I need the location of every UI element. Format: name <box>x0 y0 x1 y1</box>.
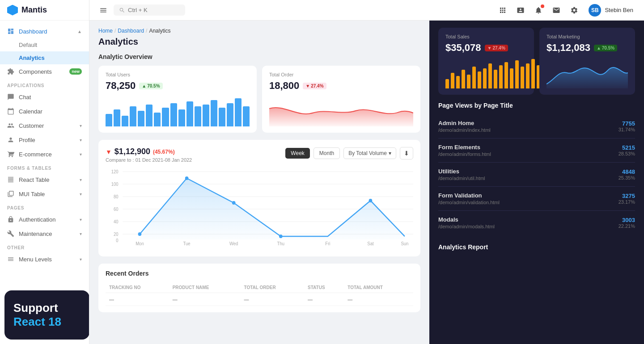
user-profile[interactable]: SB Stebin Ben <box>585 2 637 18</box>
sidebar-item-ecommerce[interactable]: E-commerce ▾ <box>0 147 89 161</box>
sidebar-item-profile[interactable]: Profile ▾ <box>0 133 89 147</box>
stat-order-badge: ▼ 27.4% <box>303 83 326 89</box>
sidebar-item-react-table-label: React Table <box>19 176 49 183</box>
svg-text:Sat: Sat <box>367 241 374 246</box>
pv-title-2: Utilities <box>438 168 485 175</box>
pv-title-1: Form Elements <box>438 144 491 151</box>
stat-users-badge: ▲ 70.5% <box>139 83 162 89</box>
search-icon <box>119 7 125 13</box>
bar <box>195 106 201 127</box>
income-header: ▼ $1,12,900 (45.67%) Compare to : 01 Dec… <box>106 147 413 163</box>
week-button[interactable]: Week <box>285 148 309 159</box>
sidebar-item-menu-levels-label: Menu Levels <box>19 256 52 263</box>
apps-button[interactable] <box>496 3 510 17</box>
analytics-report-title: Analytics Report <box>438 243 635 251</box>
pv-count-4: 3003 <box>619 217 635 223</box>
bar <box>203 105 209 126</box>
sidebar-item-calendar[interactable]: Calendar <box>0 104 89 118</box>
section-label-other: Other <box>0 241 89 252</box>
sidebar-item-calendar-label: Calendar <box>19 108 42 115</box>
menu-icon <box>7 256 14 263</box>
stat-card-users: Total Users 78,250 ▲ 70.5% <box>98 66 257 133</box>
pv-url-2: /demo/admin/util.html <box>438 176 485 181</box>
sidebar-item-mui-table[interactable]: MUI Table ▾ <box>0 187 89 201</box>
menu-toggle-button[interactable] <box>97 4 110 17</box>
stat-users-value: 78,250 ▲ 70.5% <box>106 80 250 92</box>
sidebar-item-menu-levels[interactable]: Menu Levels ▾ <box>0 252 89 266</box>
sidebar-item-customer-label: Customer <box>19 122 44 129</box>
profile-icon <box>7 136 14 143</box>
sidebar-item-components-label: Components <box>19 68 52 75</box>
sidebar-item-dashboard[interactable]: Dashboard ▲ <box>0 24 89 38</box>
users-bar-chart <box>106 95 250 126</box>
bar <box>178 109 185 127</box>
stat-users-label: Total Users <box>106 72 250 77</box>
download-icon: ⬇ <box>404 150 409 157</box>
mail-icon <box>552 6 560 14</box>
download-button[interactable]: ⬇ <box>400 147 413 159</box>
month-button[interactable]: Month <box>314 147 340 159</box>
sidebar-item-react-table[interactable]: React Table ▾ <box>0 172 89 187</box>
content-body: Home / Dashboard / Analytics Analytics A… <box>89 21 644 344</box>
page-view-item-0: Admin Home /demo/admin/index.html 7755 3… <box>438 114 635 138</box>
svg-text:0: 0 <box>116 238 119 243</box>
user-card-button[interactable] <box>513 3 528 17</box>
svg-text:120: 120 <box>111 169 119 174</box>
col-total-order: Total Order <box>241 282 305 293</box>
sidebar-item-authentication[interactable]: Authentication ▾ <box>0 212 89 227</box>
bar <box>510 68 513 89</box>
sidebar-sub-default-label: Default <box>19 42 37 48</box>
settings-button[interactable] <box>567 3 581 17</box>
svg-text:80: 80 <box>114 194 119 199</box>
page-view-item-1: Form Elements /demo/admin/forms.html 521… <box>438 138 635 163</box>
svg-text:Thu: Thu <box>277 241 284 246</box>
analytic-overview-title: Analytic Overview <box>98 53 420 60</box>
sidebar-item-maintenance[interactable]: Maintenance ▾ <box>0 227 89 241</box>
sidebar-item-profile-label: Profile <box>19 137 35 143</box>
section-label-forms: Forms & Tables <box>0 161 89 172</box>
sidebar-item-components[interactable]: Components new <box>0 64 89 79</box>
pv-pct-1: 28.53% <box>619 151 635 156</box>
recent-orders-title: Recent Orders <box>106 270 413 277</box>
svg-point-20 <box>138 232 142 236</box>
avatar: SB <box>589 4 601 17</box>
svg-text:Wed: Wed <box>229 241 238 246</box>
pv-title-3: Form Validation <box>438 192 500 199</box>
stat-marketing-label: Total Marketing <box>547 34 628 39</box>
volume-button[interactable]: By Total Volume ▾ <box>343 147 396 159</box>
sidebar-logo[interactable]: Mantis <box>0 0 89 21</box>
breadcrumb-home[interactable]: Home <box>98 28 113 34</box>
sidebar-sub-default[interactable]: Default <box>0 38 89 51</box>
mail-button[interactable] <box>549 3 564 17</box>
search-input[interactable] <box>128 7 173 13</box>
sidebar-item-chat[interactable]: Chat <box>0 90 89 104</box>
page-views-section: Page Views by Page Title Admin Home /dem… <box>438 102 635 235</box>
sidebar-sub-analytics[interactable]: Analytics <box>0 51 89 64</box>
income-pct: (45.67%) <box>153 149 175 155</box>
svg-text:40: 40 <box>114 219 119 224</box>
search-box[interactable] <box>114 4 185 16</box>
apps-icon <box>499 6 507 14</box>
ecommerce-icon <box>7 151 14 158</box>
bar <box>467 75 470 89</box>
components-icon <box>7 68 14 75</box>
header-right: SB Stebin Ben <box>496 2 637 18</box>
breadcrumb-dashboard[interactable]: Dashboard <box>118 28 144 34</box>
bar <box>162 108 169 126</box>
sidebar-nav: Dashboard ▲ Default Analytics Components… <box>0 21 89 286</box>
page-title: Analytics <box>98 37 420 47</box>
breadcrumb: Home / Dashboard / Analytics <box>98 28 420 34</box>
income-section: ▼ $1,12,900 (45.67%) Compare to : 01 Dec… <box>98 140 420 256</box>
pv-count-1: 5215 <box>619 144 635 151</box>
bar <box>138 111 144 126</box>
bar <box>451 73 454 88</box>
sidebar-item-customer[interactable]: Customer ▾ <box>0 118 89 133</box>
table-row: — — — — — <box>106 293 413 306</box>
support-popup[interactable]: Support React 18 <box>4 290 89 340</box>
col-tracking: Tracking No <box>106 282 169 293</box>
stat-marketing-value: $1,12,083 ▲ 70.5% <box>547 42 628 54</box>
mui-table-chevron: ▾ <box>80 192 82 197</box>
notification-button[interactable] <box>531 3 546 17</box>
bar <box>243 106 250 127</box>
customer-chevron: ▾ <box>80 123 82 128</box>
